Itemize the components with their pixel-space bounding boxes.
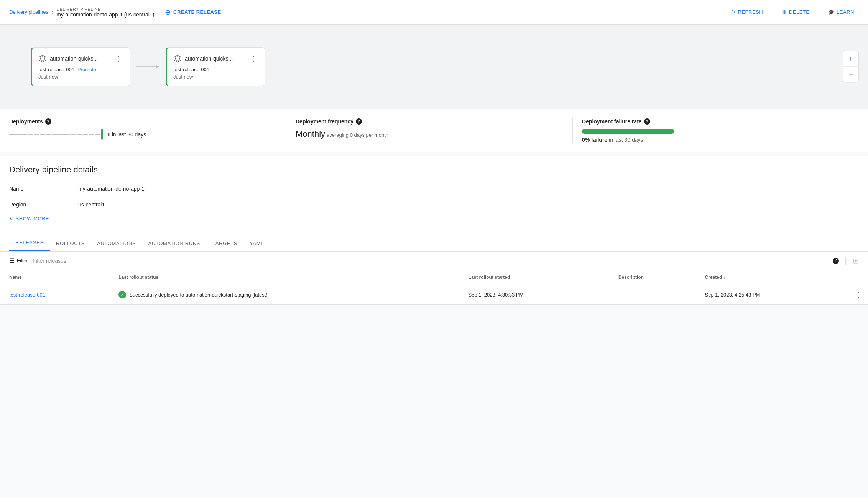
pipeline-canvas: automation-quicks... ⋮ test-release-001 … — [0, 25, 868, 109]
tab-targets[interactable]: TARGETS — [206, 234, 243, 251]
filter-left: ☰ Filter Filter releases — [9, 257, 66, 264]
stage-1-release: test-release-001 Promote — [38, 67, 124, 72]
release-created-cell: Sep 1, 2023, 4:25:43 PM — [696, 285, 846, 305]
col-header-description: Description — [609, 270, 696, 285]
deployments-help-icon[interactable]: ? — [45, 118, 51, 124]
zoom-out-button[interactable]: − — [843, 67, 858, 82]
breadcrumb-link[interactable]: Delivery pipelines — [9, 9, 48, 15]
row-menu-cell: ⋮ — [846, 285, 868, 305]
stage-2-release: test-release-001 — [173, 67, 259, 72]
releases-table: NameLast rollout statusLast rollout star… — [0, 270, 868, 305]
pipeline-stage-1: automation-quicks... ⋮ test-release-001 … — [31, 47, 130, 86]
table-help-icon[interactable]: ? — [833, 258, 839, 264]
pipeline-label: DELIVERY PIPELINE — [56, 7, 154, 11]
frequency-title: Deployment frequency ? — [296, 118, 563, 124]
stage-2-time: Just now — [173, 74, 259, 80]
filter-button[interactable]: ☰ Filter — [9, 257, 28, 264]
deployments-title: Deployments ? — [9, 118, 277, 124]
svg-marker-4 — [174, 55, 181, 62]
breadcrumb-current: DELIVERY PIPELINE my-automation-demo-app… — [56, 7, 154, 18]
breadcrumb: Delivery pipelines › DELIVERY PIPELINE m… — [9, 7, 154, 18]
failure-value-row: 0% failure in last 30 days — [582, 137, 850, 143]
status-cell: ✓Successfully deployed to automation-qui… — [118, 291, 453, 298]
learn-icon: 🎓 — [828, 9, 835, 15]
stage-1-menu-button[interactable]: ⋮ — [114, 54, 124, 64]
frequency-sub: averaging 0 days per month — [327, 132, 388, 138]
filter-icon: ☰ — [9, 257, 15, 264]
zoom-controls: + − — [843, 51, 859, 83]
release-name-cell: test-release-001 — [0, 285, 109, 305]
details-row: Namemy-automation-demo-app-1 — [9, 181, 393, 197]
deployments-metric: Deployments ? — [9, 118, 286, 143]
status-text: Successfully deployed to automation-quic… — [129, 292, 268, 298]
row-menu-button[interactable]: ⋮ — [855, 291, 862, 298]
metrics-section: Deployments ? — [0, 109, 868, 152]
learn-button[interactable]: 🎓 LEARN — [824, 6, 859, 18]
stage-1-title: automation-quicks... — [38, 54, 98, 63]
detail-label: Name — [9, 181, 78, 197]
stage-1-release-name: test-release-001 — [38, 67, 74, 72]
create-release-plus-icon: ⊕ — [165, 8, 171, 16]
stage-1-time: Just now — [38, 74, 124, 80]
tab-releases[interactable]: RELEASES — [9, 234, 50, 251]
svg-marker-0 — [39, 55, 46, 62]
vertical-divider: | — [845, 256, 847, 265]
delete-button[interactable]: 🗑 DELETE — [777, 6, 814, 18]
tab-automation-runs[interactable]: AUTOMATION RUNS — [142, 234, 206, 251]
stage-2-name: automation-quicks... — [185, 56, 233, 62]
details-section: Delivery pipeline details Namemy-automat… — [0, 156, 868, 234]
release-started-cell: Sep 1, 2023, 4:30:33 PM — [459, 285, 609, 305]
deployments-value: 1 in last 30 days — [107, 131, 146, 138]
create-release-button[interactable]: ⊕ CREATE RELEASE — [160, 5, 225, 20]
pipeline-stage-2: automation-quicks... ⋮ test-release-001 … — [166, 47, 265, 86]
app-header: Delivery pipelines › DELIVERY PIPELINE m… — [0, 0, 868, 25]
tab-yaml[interactable]: YAML — [243, 234, 270, 251]
release-description-cell — [609, 285, 696, 305]
stage-1-name: automation-quicks... — [50, 56, 98, 62]
chevron-down-icon: ∨ — [9, 215, 13, 221]
tabs-container: RELEASESROLLOUTSAUTOMATIONSAUTOMATION RU… — [0, 234, 868, 252]
pipeline-name: my-automation-demo-app-1 (us-central1) — [56, 11, 154, 18]
col-header-status: Last rollout status — [109, 270, 459, 285]
zoom-in-button[interactable]: + — [843, 51, 858, 67]
detail-value: us-central1 — [78, 197, 393, 213]
stage-1-promote-link[interactable]: Promote — [77, 67, 96, 72]
release-status-cell: ✓Successfully deployed to automation-qui… — [109, 285, 459, 305]
columns-toggle-icon[interactable]: ⊞ — [853, 257, 859, 265]
stage-1-icon — [38, 54, 47, 63]
refresh-button[interactable]: ↻ REFRESH — [727, 6, 768, 18]
refresh-icon: ↻ — [731, 9, 736, 15]
detail-label: Region — [9, 197, 78, 213]
header-actions: ↻ REFRESH 🗑 DELETE 🎓 LEARN — [727, 6, 859, 18]
col-header-started: Last rollout started — [459, 270, 609, 285]
details-table: Namemy-automation-demo-app-1Regionus-cen… — [9, 181, 393, 212]
failure-help-icon[interactable]: ? — [644, 118, 650, 124]
stage-2-header: automation-quicks... ⋮ — [173, 54, 259, 64]
breadcrumb-arrow-icon: › — [51, 9, 53, 16]
failure-bar — [582, 129, 674, 134]
stage-2-menu-button[interactable]: ⋮ — [249, 54, 259, 64]
release-name-link[interactable]: test-release-001 — [9, 292, 45, 298]
failure-metric: Deployment failure rate ? 0% failure in … — [573, 118, 859, 143]
deployments-bar: 1 in last 30 days — [9, 129, 277, 140]
filter-right: ? | ⊞ — [833, 256, 859, 265]
svg-marker-1 — [41, 57, 45, 61]
stage-2-title: automation-quicks... — [173, 54, 233, 63]
tab-rollouts[interactable]: ROLLOUTS — [50, 234, 91, 251]
bar-track — [9, 129, 103, 140]
svg-marker-5 — [176, 57, 180, 61]
frequency-metric: Deployment frequency ? Monthly averaging… — [286, 118, 573, 143]
pipeline-arrow — [130, 62, 166, 71]
stage-2-icon — [173, 54, 182, 63]
filter-bar: ☰ Filter Filter releases ? | ⊞ — [0, 252, 868, 270]
delete-icon: 🗑 — [781, 9, 787, 15]
table-body: test-release-001✓Successfully deployed t… — [0, 285, 868, 305]
frequency-help-icon[interactable]: ? — [356, 118, 362, 124]
col-header-created[interactable]: Created ↓ — [696, 270, 846, 285]
svg-marker-3 — [156, 65, 159, 69]
tab-automations[interactable]: AUTOMATIONS — [91, 234, 142, 251]
filter-input[interactable]: Filter releases — [33, 258, 66, 264]
show-more-button[interactable]: ∨ SHOW MORE — [9, 212, 49, 224]
stage-1-header: automation-quicks... ⋮ — [38, 54, 124, 64]
table-row: test-release-001✓Successfully deployed t… — [0, 285, 868, 305]
